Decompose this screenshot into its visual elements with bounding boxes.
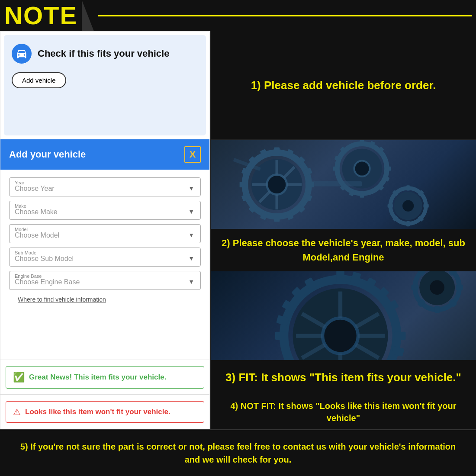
header-line [98,15,472,16]
gear-decoration-bottom [211,271,476,360]
fit-box-red: ⚠ Looks like this item won't fit your ve… [6,401,204,423]
model-select[interactable]: Choose Model [15,227,195,239]
submodel-select[interactable]: Choose Sub Model [15,251,195,262]
note-4-text: 4) NOT FIT: It shows "Looks like this it… [222,400,465,424]
svg-rect-7 [240,182,248,187]
checkmark-icon: ✅ [13,372,25,383]
engine-field-group: Engine Base Choose Engine Base ▼ [9,271,201,290]
svg-rect-47 [423,204,428,208]
note-3-cell: 3) FIT: It shows "This item fits your ve… [210,360,476,395]
submodel-field-group: Sub Model Choose Sub Model ▼ [9,248,201,267]
note-5-text: 5) If you're not sure the part is correc… [13,440,463,466]
svg-point-44 [402,200,414,212]
fit-box-green: ✅ Great News! This item fits your vehicl… [6,366,204,389]
gear-decoration-top [211,140,476,229]
svg-rect-45 [406,185,410,190]
svg-rect-31 [360,191,364,198]
bottom-note: 5) If you're not sure the part is correc… [0,429,476,476]
warning-icon: ⚠ [13,407,21,417]
check-vehicle-top: Check if this fits your vehicle [12,44,169,64]
add-vehicle-header: Add your vehicle X [0,139,209,170]
svg-rect-46 [406,221,410,226]
note-cell-2: 2) Please choose the vehicle's year, mak… [210,139,476,360]
svg-rect-93 [412,285,419,290]
main-grid: Check if this fits your vehicle Add vehi… [0,31,476,476]
form-area: Year Choose Year ▼ Make Choose Make ▼ Mo… [0,170,209,360]
svg-rect-32 [385,167,391,171]
make-select[interactable]: Choose Make [15,204,195,215]
svg-rect-61 [394,332,405,340]
year-label: Year [14,180,25,185]
add-vehicle-title: Add your vehicle [9,149,86,160]
check-vehicle-text: Check if this fits your vehicle [38,48,169,59]
svg-rect-59 [336,271,344,282]
engine-label: Engine Base [14,273,42,279]
gear-image-bottom [211,271,476,360]
note-1-text: 1) Please add vehicle before order. [251,77,436,93]
fit-text-green: Great News! This item fits your vehicle. [29,373,166,382]
note-3-text: 3) FIT: It shows "This item fits your ve… [225,370,461,385]
svg-rect-33 [333,167,339,171]
car-icon [16,48,28,60]
note-title: NOTE [4,3,77,28]
check-vehicle-cell: Check if this fits your vehicle Add vehi… [0,31,210,139]
svg-rect-5 [274,214,280,222]
fit-cell-green: ✅ Great News! This item fits your vehicl… [0,360,210,395]
model-field-group: Model Choose Model ▼ [9,224,201,243]
note-2-text: 2) Please choose the vehicle's year, mak… [221,236,466,264]
add-vehicle-cell: Add your vehicle X Year Choose Year ▼ Ma… [0,139,210,360]
svg-rect-62 [275,332,286,340]
svg-rect-4 [274,147,280,155]
note-cell-1: 1) Please add vehicle before order. [210,31,476,139]
model-label: Model [14,227,29,232]
note-2-text-cell: 2) Please choose the vehicle's year, mak… [211,229,476,271]
make-field-group: Make Choose Make ▼ [9,201,201,220]
svg-point-89 [430,280,444,295]
svg-rect-30 [360,140,364,146]
svg-rect-48 [388,204,393,208]
svg-rect-92 [456,285,463,290]
vehicle-info-link[interactable]: Where to find vehicle information [9,294,201,306]
make-label: Make [14,203,27,209]
year-field-group: Year Choose Year ▼ [9,177,201,196]
gear-image-top [211,140,476,229]
fit-cell-red: ⚠ Looks like this item won't fit your ve… [0,395,210,429]
svg-rect-53 [305,181,362,186]
submodel-label: Sub Model [14,250,39,255]
check-vehicle-box: Check if this fits your vehicle Add vehi… [4,35,206,135]
year-select[interactable]: Choose Year [15,180,195,192]
close-button[interactable]: X [184,146,201,163]
svg-rect-91 [435,306,440,313]
car-icon-circle [12,44,32,64]
slash-decoration [82,0,94,31]
header: NOTE [0,0,476,31]
fit-text-red: Looks like this item won't fit your vehi… [25,408,170,416]
add-vehicle-button[interactable]: Add vehicle [12,72,66,88]
note-4-cell: 4) NOT FIT: It shows "Looks like this it… [210,395,476,429]
